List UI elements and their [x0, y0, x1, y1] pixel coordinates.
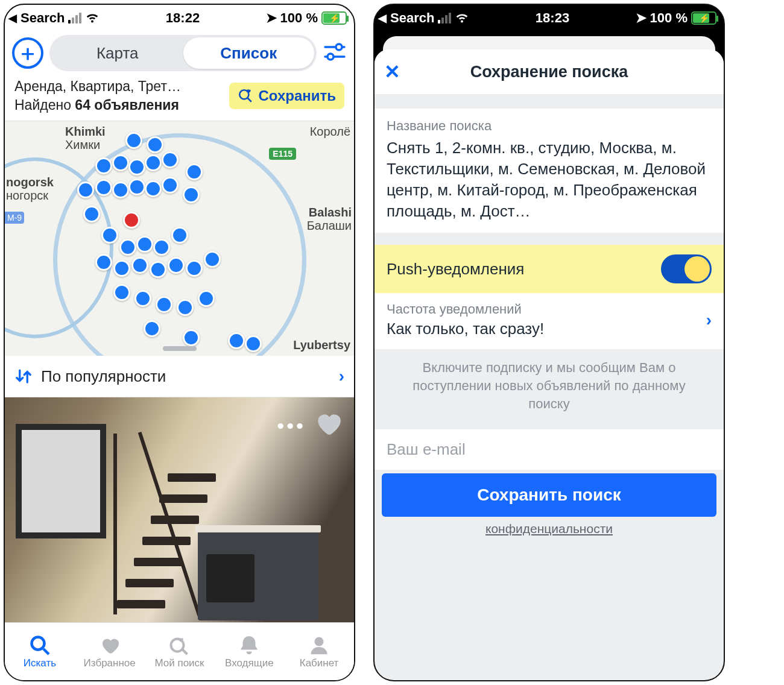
sort-row[interactable]: По популярности › [5, 356, 354, 397]
svg-line-9 [183, 649, 188, 654]
tab-favorites[interactable]: Избранное [75, 623, 145, 680]
map-pin[interactable] [113, 284, 130, 301]
map-pin[interactable] [125, 132, 142, 149]
privacy-link[interactable]: конфиденциальности [375, 522, 724, 536]
map-pin[interactable] [171, 227, 188, 244]
add-button[interactable]: ＋ [12, 37, 43, 69]
phone-right: ◀ Search 18:23 ➤ 100 % ⚡ ✕ Сохранение по… [373, 4, 725, 681]
search-name-card[interactable]: Название поиска Снять 1, 2-комн. кв., ст… [375, 109, 724, 233]
map-city-label: ногорск [6, 189, 48, 203]
push-toggle[interactable] [661, 254, 712, 283]
tab-label: Входящие [225, 657, 274, 669]
tab-my-search[interactable]: Мой поиск [145, 623, 215, 680]
road-badge: E115 [269, 148, 296, 160]
back-triangle-icon[interactable]: ◀ [378, 11, 387, 25]
map-pin[interactable] [168, 257, 185, 274]
map-pin[interactable] [150, 261, 166, 278]
close-button[interactable]: ✕ [384, 60, 408, 83]
map-city-label: Balashi [309, 206, 352, 219]
map-pin[interactable] [162, 177, 179, 194]
tab-search[interactable]: Искать [5, 623, 75, 680]
map-pin[interactable] [95, 254, 112, 271]
battery-icon: ⚡ [691, 11, 716, 25]
map-pin[interactable] [147, 136, 163, 153]
toolbar: ＋ Карта Список [5, 31, 354, 75]
tab-inbox[interactable]: Входящие [214, 623, 284, 680]
map-pin[interactable] [128, 159, 145, 175]
map-pin[interactable] [198, 290, 215, 307]
map-city-label: Химки [65, 138, 100, 152]
filters-button[interactable] [323, 40, 347, 66]
segmented-control[interactable]: Карта Список [49, 35, 317, 71]
chevron-right-icon: › [706, 311, 712, 330]
map-pin[interactable] [183, 329, 200, 346]
map-pin[interactable] [112, 182, 129, 198]
wifi-icon [85, 9, 100, 27]
map-pin[interactable] [183, 186, 200, 203]
map-pin[interactable] [186, 163, 203, 180]
email-input[interactable]: Ваш e-mail [375, 429, 724, 470]
map-pin[interactable] [101, 227, 118, 244]
status-time: 18:22 [166, 10, 200, 26]
segment-map[interactable]: Карта [52, 44, 183, 63]
location-icon: ➤ [636, 10, 646, 26]
map-pin[interactable] [77, 182, 94, 198]
map-pin[interactable] [119, 239, 136, 256]
svg-point-1 [336, 44, 342, 50]
cell-signal-icon [438, 13, 451, 24]
map-pin-current[interactable] [123, 212, 140, 229]
map-city-label: Королё [310, 125, 350, 139]
map-city-label: Lyubertsy [293, 338, 350, 352]
sort-icon [14, 367, 33, 385]
sheet-grabber[interactable] [163, 346, 197, 351]
map-pin[interactable] [95, 157, 112, 174]
status-back-app[interactable]: Search [390, 10, 434, 26]
wifi-icon [455, 9, 469, 27]
back-triangle-icon[interactable]: ◀ [8, 11, 17, 25]
svg-line-7 [43, 649, 49, 654]
map-pin[interactable] [186, 260, 203, 277]
map-pin[interactable] [128, 178, 145, 195]
push-label: Push-уведомления [387, 260, 524, 279]
map-view[interactable]: Khimki Химки nogorsk ногорск Balashi Бал… [5, 121, 354, 356]
save-search-button[interactable]: Сохранить поиск [382, 473, 716, 517]
map-pin[interactable] [131, 257, 148, 274]
status-back-app[interactable]: Search [21, 10, 65, 26]
battery-pct: 100 % [280, 10, 318, 26]
map-pin[interactable] [177, 299, 194, 316]
push-row: Push-уведомления [375, 245, 724, 293]
map-pin[interactable] [95, 179, 112, 196]
map-city-label: Khimki [65, 125, 106, 139]
tab-profile[interactable]: Кабинет [284, 623, 354, 680]
map-pin[interactable] [144, 320, 160, 337]
frequency-row[interactable]: Частота уведомлений Как только, так сраз… [375, 293, 724, 349]
save-search-chip[interactable]: Сохранить [229, 83, 344, 109]
map-pin[interactable] [134, 290, 151, 307]
found-prefix: Найдено [14, 97, 75, 113]
frequency-value: Как только, так сразу! [387, 320, 544, 338]
map-pin[interactable] [113, 260, 130, 277]
svg-point-6 [31, 637, 44, 649]
tab-label: Кабинет [300, 657, 339, 669]
map-city-label: nogorsk [6, 175, 54, 189]
search-summary: Аренда, Квартира, Трет… Найдено 64 объяв… [5, 75, 354, 121]
map-pin[interactable] [145, 154, 162, 171]
map-pin[interactable] [162, 151, 179, 168]
map-pin[interactable] [153, 239, 170, 256]
map-pin[interactable] [83, 206, 100, 223]
location-icon: ➤ [266, 10, 277, 26]
more-icon[interactable]: ••• [277, 414, 306, 438]
favorite-button[interactable] [313, 408, 343, 441]
map-pin[interactable] [136, 236, 153, 253]
listing-photo[interactable]: ••• [5, 397, 354, 645]
map-pin[interactable] [156, 296, 172, 313]
segment-list[interactable]: Список [183, 37, 315, 69]
map-pin[interactable] [245, 335, 262, 352]
save-search-sheet: ✕ Сохранение поиска Название поиска Снят… [375, 49, 724, 680]
map-pin[interactable] [112, 154, 129, 171]
sheet-header: ✕ Сохранение поиска [375, 49, 724, 94]
map-pin[interactable] [228, 332, 245, 349]
map-pin[interactable] [204, 251, 221, 268]
map-pin[interactable] [145, 180, 162, 197]
tab-label: Мой поиск [154, 657, 204, 669]
